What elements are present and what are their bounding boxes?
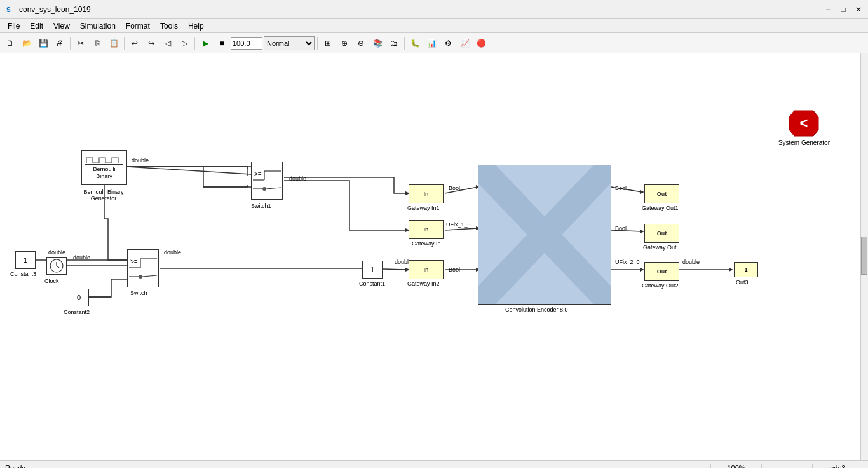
constant1-value: 1 bbox=[370, 266, 374, 273]
gateway-out-port: Out bbox=[657, 230, 667, 237]
print-button[interactable]: 🖨 bbox=[52, 36, 67, 51]
constant2-block[interactable]: 0 bbox=[69, 289, 89, 306]
settings-button[interactable]: ⚙ bbox=[440, 36, 456, 51]
svg-text:>=: >= bbox=[130, 258, 138, 265]
gateway-out1-block[interactable]: Out bbox=[644, 184, 679, 203]
back-button[interactable]: ◁ bbox=[160, 36, 175, 51]
signal-bool-2: Bool bbox=[449, 266, 460, 273]
svg-marker-20 bbox=[729, 268, 733, 272]
signal-ufix1: UFix_1_0 bbox=[446, 221, 471, 228]
minimize-button[interactable]: − bbox=[821, 3, 835, 17]
constant1-block[interactable]: 1 bbox=[362, 261, 383, 279]
menu-format[interactable]: Format bbox=[121, 20, 155, 32]
constant3-label: Constant3 bbox=[10, 271, 36, 277]
stop-button[interactable]: ■ bbox=[214, 36, 229, 51]
profile-button[interactable]: 📈 bbox=[457, 36, 472, 51]
paste-button[interactable]: 📋 bbox=[106, 36, 121, 51]
zoom-out-button[interactable]: ⊖ bbox=[353, 36, 369, 51]
signal-double-out: double bbox=[682, 259, 700, 265]
new-button[interactable]: 🗋 bbox=[3, 36, 18, 51]
signal-double-4: double bbox=[73, 254, 90, 261]
svg-line-31 bbox=[266, 188, 281, 189]
svg-text:>=: >= bbox=[254, 170, 262, 177]
close-button[interactable]: ✕ bbox=[851, 3, 865, 17]
switch2-label: Switch bbox=[130, 290, 147, 296]
constant3-value: 1 bbox=[24, 256, 27, 264]
svg-marker-18 bbox=[640, 268, 644, 272]
save-button[interactable]: 💾 bbox=[36, 36, 51, 51]
titlebar: S conv_sys_leon_1019 − □ ✕ bbox=[0, 0, 868, 19]
menu-edit[interactable]: Edit bbox=[25, 20, 48, 32]
clock-label: Clock bbox=[44, 278, 59, 284]
vertical-scrollbar[interactable] bbox=[860, 53, 868, 460]
out3-port: 1 bbox=[744, 266, 747, 273]
sysgen-label: System Generator bbox=[778, 139, 830, 146]
sysgen-icon: < bbox=[788, 107, 820, 139]
gateway-in1-port: In bbox=[424, 191, 429, 197]
gateway-in2-port: In bbox=[424, 266, 429, 273]
copy-button[interactable]: ⎘ bbox=[90, 36, 105, 51]
gateway-in-port: In bbox=[424, 226, 429, 233]
svg-line-38 bbox=[142, 275, 157, 277]
cut-button[interactable]: ✂ bbox=[73, 36, 88, 51]
status-right: 100% ode3 bbox=[710, 464, 863, 469]
model-explorer-button[interactable]: 🗂 bbox=[386, 36, 402, 51]
svg-marker-14 bbox=[640, 190, 644, 194]
redo-button[interactable]: ↪ bbox=[144, 36, 159, 51]
titlebar-controls: − □ ✕ bbox=[821, 3, 865, 17]
switch1-block[interactable]: >= bbox=[251, 162, 283, 200]
constant3-block[interactable]: 1 bbox=[15, 251, 36, 269]
zoom-in-button[interactable]: ⊕ bbox=[337, 36, 352, 51]
gateway-in1-block[interactable]: In bbox=[409, 184, 444, 203]
debug-button[interactable]: 🐛 bbox=[407, 36, 423, 51]
switch1-label: Switch1 bbox=[251, 203, 271, 209]
diagram-canvas[interactable]: double double double double double doubl… bbox=[0, 53, 868, 460]
menu-file[interactable]: File bbox=[3, 20, 25, 32]
sep2 bbox=[124, 37, 125, 50]
menu-simulation[interactable]: Simulation bbox=[75, 20, 121, 32]
menu-help[interactable]: Help bbox=[183, 20, 209, 32]
switch2-block[interactable]: >= bbox=[127, 249, 159, 287]
gateway-in-block[interactable]: In bbox=[409, 220, 444, 239]
forward-button[interactable]: ▷ bbox=[177, 36, 192, 51]
sim-time-input[interactable]: 100.0 bbox=[231, 37, 262, 50]
gateway-out2-label: Gateway Out2 bbox=[642, 282, 679, 289]
constant2-value: 0 bbox=[77, 294, 81, 301]
gateway-out2-block[interactable]: Out bbox=[644, 262, 679, 281]
open-button[interactable]: 📂 bbox=[19, 36, 34, 51]
signal-double-2: double bbox=[289, 176, 306, 182]
status-solver: ode3 bbox=[812, 464, 863, 469]
titlebar-title: conv_sys_leon_1019 bbox=[19, 5, 863, 14]
sim-mode-select[interactable]: Normal Accelerator Rapid Accelerator bbox=[264, 36, 315, 50]
conv-encoder-block[interactable] bbox=[478, 165, 611, 305]
menu-view[interactable]: View bbox=[48, 20, 75, 32]
signal-bool-1: Bool bbox=[449, 185, 460, 191]
menu-tools[interactable]: Tools bbox=[155, 20, 183, 32]
gateway-in2-label: Gateway In2 bbox=[407, 280, 440, 287]
out3-block[interactable]: 1 bbox=[734, 262, 758, 277]
system-generator-logo: < System Generator bbox=[778, 107, 830, 146]
gateway-out-block[interactable]: Out bbox=[644, 224, 679, 243]
sep3 bbox=[194, 37, 195, 50]
gateway-in-label: Gateway In bbox=[412, 240, 441, 247]
menubar: File Edit View Simulation Format Tools H… bbox=[0, 19, 868, 33]
run-button[interactable]: ▶ bbox=[198, 36, 213, 51]
coverage-button[interactable]: 🔴 bbox=[473, 36, 489, 51]
gateway-out2-port: Out bbox=[657, 268, 667, 275]
gateway-out1-port: Out bbox=[657, 191, 667, 197]
svg-text:S: S bbox=[6, 6, 11, 13]
signal-double-1: double bbox=[132, 157, 149, 163]
scrollbar-thumb[interactable] bbox=[861, 237, 867, 275]
gateway-out-label: Gateway Out bbox=[643, 244, 677, 251]
log-button[interactable]: 📊 bbox=[424, 36, 439, 51]
constant2-label: Constant2 bbox=[64, 309, 90, 315]
sep1 bbox=[70, 37, 71, 50]
fit-button[interactable]: ⊞ bbox=[320, 36, 336, 51]
bernoulli-block[interactable]: BernoulliBinary bbox=[81, 150, 127, 185]
clock-block[interactable] bbox=[46, 257, 67, 275]
out3-label: Out3 bbox=[736, 279, 749, 286]
undo-button[interactable]: ↩ bbox=[127, 36, 142, 51]
gateway-in2-block[interactable]: In bbox=[409, 260, 444, 279]
maximize-button[interactable]: □ bbox=[836, 3, 850, 17]
library-button[interactable]: 📚 bbox=[370, 36, 385, 51]
